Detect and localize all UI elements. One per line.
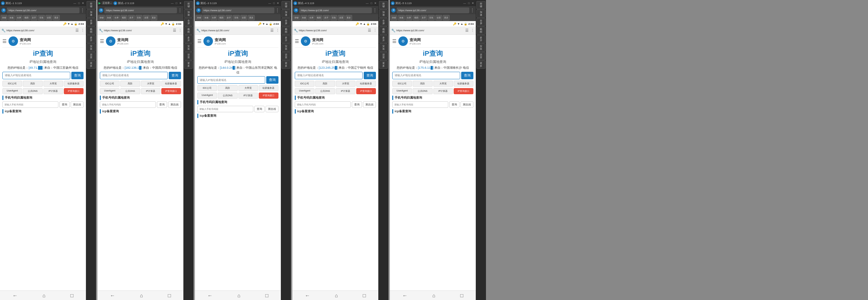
side-btn-更多[interactable]: 更 多 (282, 61, 290, 69)
browser-menu-icon[interactable]: ⋮ (80, 8, 85, 13)
side-btn-更多[interactable]: 更 多 (476, 61, 485, 69)
emu-btn-按键[interactable]: 按键 (391, 15, 397, 20)
emu-btn-加速[interactable]: 加速 (106, 15, 112, 20)
search-button[interactable]: 查询 (364, 72, 376, 79)
nav-tab-2[interactable]: 大带宽 (336, 81, 356, 87)
side-btn-安装[interactable]: 安 装 (282, 44, 290, 52)
browser-menu-icon[interactable]: ⋮ (178, 8, 182, 13)
emu-btn-截图[interactable]: 截图 (23, 15, 30, 20)
emu-btn-加速[interactable]: 加速 (203, 15, 210, 20)
hamburger-icon[interactable]: ☰ (197, 38, 202, 44)
side-btn-安装[interactable]: 安 装 (476, 44, 485, 52)
emu-btn-多开[interactable]: 多开 (323, 15, 330, 20)
side-btn-设置[interactable]: 设 置 (476, 52, 485, 60)
nav-tab-1[interactable]: 高防 (218, 85, 237, 91)
url-bar[interactable]: https://www.ip138.com/ (202, 7, 274, 13)
phone-lucky-button[interactable]: 测吉凶 (168, 101, 181, 108)
ip-link[interactable]: [49.71.██] (29, 66, 43, 69)
emu-btn-截图[interactable]: 截图 (315, 15, 322, 20)
back-btn[interactable]: ← (399, 291, 411, 300)
search-button[interactable]: 查询 (461, 72, 473, 79)
side-btn-加速[interactable]: 加 速 (87, 10, 95, 18)
side-btn-多开[interactable]: 多 开 (282, 35, 290, 43)
minimize-btn[interactable]: — (463, 2, 467, 5)
side-btn-截图[interactable]: 截 图 (184, 27, 193, 35)
search-input[interactable] (197, 76, 265, 84)
side-btn-截图[interactable]: 截 图 (87, 27, 95, 35)
nav-tab-r2-2[interactable]: iP计算器 (43, 88, 63, 94)
back-btn[interactable]: ← (302, 291, 313, 300)
nav-tab-r2-1[interactable]: 公共DNS (413, 88, 432, 94)
side-btn-更多[interactable]: 更 多 (379, 61, 388, 69)
side-btn-按键[interactable]: 按 键 (476, 1, 485, 9)
nav-tab-r2-3[interactable]: iP查询接口 (356, 88, 376, 94)
ip-link[interactable]: [175.6.11█] (418, 66, 434, 69)
phone-lucky-button[interactable]: 测吉凶 (363, 101, 376, 108)
mobile-url-text[interactable]: https://www.ip138.com/ (201, 29, 269, 32)
phone-lucky-button[interactable]: 测吉凶 (460, 101, 473, 108)
emu-btn-安装[interactable]: 安装 (428, 15, 435, 20)
url-bar[interactable]: https://www.ip138.com/ (299, 7, 372, 13)
nav-tab-2[interactable]: 大带宽 (433, 81, 453, 87)
nav-tab-3[interactable]: 站群服务器 (259, 85, 278, 91)
nav-tab-3[interactable]: 站群服务器 (161, 81, 181, 87)
emu-btn-截图[interactable]: 截图 (218, 15, 225, 20)
home-btn[interactable]: ⌂ (234, 291, 244, 300)
mobile-url-text[interactable]: https://www.ip138.com/ (104, 29, 172, 32)
phone-query-button[interactable]: 查询 (59, 101, 70, 108)
hamburger-icon[interactable]: ☰ (295, 38, 299, 44)
nav-tab-r2-0[interactable]: UserAgent (392, 88, 412, 94)
maximize-btn[interactable]: □ (467, 2, 470, 5)
emu-btn-多开[interactable]: 多开 (225, 15, 232, 20)
nav-tab-r2-0[interactable]: UserAgent (100, 88, 120, 94)
side-btn-设置[interactable]: 设 置 (282, 52, 290, 60)
emu-btn-全屏[interactable]: 全屏 (211, 15, 217, 20)
emu-btn-全屏[interactable]: 全屏 (16, 15, 22, 20)
close-btn[interactable]: ✕ (81, 2, 85, 5)
side-btn-截图[interactable]: 截 图 (476, 27, 485, 35)
minimize-btn[interactable]: — (170, 2, 174, 5)
phone-lucky-button[interactable]: 测吉凶 (266, 106, 278, 112)
home-btn[interactable]: ⌂ (137, 291, 146, 300)
emu-btn-全屏[interactable]: 全屏 (405, 15, 412, 20)
nav-tab-r2-0[interactable]: UserAgent (197, 93, 217, 99)
emu-btn-全屏[interactable]: 全屏 (308, 15, 315, 20)
search-input[interactable] (2, 72, 70, 79)
side-btn-按键[interactable]: 按 键 (184, 1, 193, 9)
side-btn-安装[interactable]: 安 装 (184, 44, 193, 52)
emu-btn-截图[interactable]: 截图 (413, 15, 420, 20)
mobile-url-dots-icon[interactable]: ⋮ (81, 28, 85, 33)
close-btn[interactable]: ✕ (374, 2, 377, 5)
mobile-url-menu-icon[interactable]: ☰ (173, 28, 176, 33)
emu-btn-更多[interactable]: 更多 (53, 15, 60, 20)
emu-btn-更多[interactable]: 更多 (150, 15, 157, 20)
recent-btn[interactable]: □ (67, 291, 77, 300)
nav-tab-r2-1[interactable]: 公共DNS (218, 93, 237, 99)
nav-tab-r2-1[interactable]: 公共DNS (120, 88, 140, 94)
home-btn[interactable]: ⌂ (429, 291, 439, 300)
recent-btn[interactable]: □ (262, 291, 272, 300)
mobile-url-menu-icon[interactable]: ☰ (368, 28, 371, 33)
side-btn-截图[interactable]: 截 图 (379, 27, 388, 35)
search-input[interactable] (295, 72, 363, 79)
emu-btn-截图[interactable]: 截图 (121, 15, 127, 20)
mobile-url-menu-icon[interactable]: ☰ (270, 28, 274, 33)
nav-tab-0[interactable]: IDC公司 (100, 81, 120, 87)
ip-link[interactable]: [123.245.25█] (319, 66, 338, 69)
nav-tab-r2-2[interactable]: iP计算器 (336, 88, 356, 94)
side-btn-设置[interactable]: 设 置 (379, 52, 388, 60)
side-btn-多开[interactable]: 多 开 (379, 35, 388, 43)
side-btn-设置[interactable]: 设 置 (184, 52, 193, 60)
emu-btn-设置[interactable]: 设置 (143, 15, 150, 20)
side-btn-多开[interactable]: 多 开 (476, 35, 485, 43)
emu-btn-多开[interactable]: 多开 (31, 15, 37, 20)
side-btn-多开[interactable]: 多 开 (184, 35, 193, 43)
nav-tab-r2-2[interactable]: iP计算器 (141, 88, 161, 94)
mobile-url-menu-icon[interactable]: ☰ (465, 28, 469, 33)
side-btn-加速[interactable]: 加 速 (476, 10, 485, 18)
search-button[interactable]: 查询 (266, 76, 278, 84)
nav-tab-r2-3[interactable]: iP查询接口 (259, 93, 278, 99)
phone-input[interactable] (392, 101, 448, 108)
search-button[interactable]: 查询 (71, 72, 84, 79)
phone-input[interactable] (197, 106, 253, 112)
